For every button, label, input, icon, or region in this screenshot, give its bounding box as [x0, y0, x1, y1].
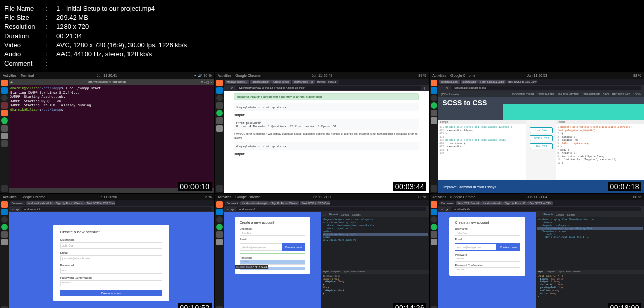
vscode-icon[interactable] [1, 87, 8, 94]
show-apps-icon[interactable]: ⋮⋮⋮ [431, 185, 437, 192]
spotify-icon[interactable] [216, 224, 223, 230]
browser-tab[interactable]: Sign Up Form - Client-s [269, 201, 299, 205]
back-icon[interactable]: ← [226, 208, 230, 211]
event-listeners-tab[interactable]: Event Listeners [351, 270, 365, 273]
browser-tab[interactable]: Best SCSS to CSS Conv [85, 201, 115, 205]
thumbnail-2[interactable]: ActivitiesGoogle Chrome Jun 11 20:49 89 … [215, 72, 429, 193]
show-apps-icon[interactable]: ⋮⋮⋮ [1, 185, 8, 192]
terminal-icon[interactable] [1, 125, 8, 132]
browser-tab[interactable]: Best SCSS to CSS Conv [506, 80, 537, 84]
back-icon[interactable]: ← [441, 86, 444, 90]
email-input[interactable]: john.doe@example.com [240, 243, 282, 251]
reload-icon[interactable]: ⟳ [231, 86, 235, 90]
create-account-button[interactable]: Create account [60, 290, 162, 296]
terminal-icon[interactable] [216, 117, 223, 124]
thumbnail-6[interactable]: ActivitiesGoogle Chrome Jun 11 21:04 80 … [430, 194, 644, 308]
inspect-icon[interactable]: ⬚ [323, 214, 326, 216]
files-icon[interactable] [216, 125, 223, 132]
password-input-highlighted[interactable]: ******** [240, 260, 305, 265]
address-bar[interactable]: cybercitibiz/faq/how-to-find-out-if-mysq… [236, 86, 422, 90]
obs-icon[interactable] [431, 95, 437, 101]
spotify-icon[interactable] [431, 102, 437, 109]
browser-tab[interactable]: localhost/auth/ [439, 80, 460, 84]
ad-banner[interactable] [503, 104, 644, 120]
thumbnail-5[interactable]: ActivitiesGoogle Chrome Jun 11 21:00 83 … [215, 194, 429, 308]
spotify-icon[interactable] [216, 110, 223, 116]
firefox-icon[interactable] [216, 201, 223, 208]
thumbnail-3[interactable]: ActivitiesGoogle Chrome Jun 11 20:53 88 … [430, 72, 644, 193]
dom-tree[interactable]: <legend>Create a new account</legend> <d… [321, 217, 429, 269]
browser-tab[interactable]: Form Signup & Login [478, 80, 506, 84]
obs-icon[interactable] [216, 95, 223, 101]
browser-tab[interactable]: Best SCSS to CSS Conv [300, 201, 330, 205]
files-icon[interactable] [1, 239, 8, 245]
console-tab[interactable]: Console [556, 214, 564, 216]
firefox-icon[interactable] [431, 201, 437, 208]
nav-link[interactable]: JSBEAUTIFIER [582, 93, 600, 96]
sources-tab[interactable]: Sources [567, 214, 576, 216]
elements-tab[interactable]: Elements [543, 213, 553, 216]
console-tab[interactable]: Console [341, 214, 350, 216]
browser-tab[interactable]: HowTo: Find out I [315, 80, 339, 84]
password-confirm-input[interactable]: ******** [60, 280, 162, 286]
thumbnail-1[interactable]: ActivitiesTerminal Jun 11 20:41 ▾🔊96 % ⋮… [0, 72, 214, 193]
back-icon[interactable]: ← [11, 208, 15, 211]
password-input[interactable]: ******** [455, 257, 520, 262]
firefox-icon[interactable] [1, 80, 8, 86]
obs-icon[interactable] [431, 216, 437, 223]
reload-icon[interactable]: ⟳ [231, 208, 235, 211]
vscode-icon[interactable] [431, 209, 437, 215]
layout-tab[interactable]: Layout [343, 270, 349, 273]
browser-tab[interactable]: flex - CSS: Cascad [456, 201, 481, 205]
computed-tab[interactable]: Computed [546, 270, 555, 273]
browser-tab[interactable]: Sign Up Form - C [503, 201, 527, 205]
nav-link[interactable]: RECENT LINKS [612, 93, 630, 96]
layout-tab[interactable]: Layout [558, 270, 564, 273]
show-apps-icon[interactable]: ⋮⋮⋮ [216, 185, 223, 192]
browser-tab[interactable]: localhost/localhost/ph [26, 201, 54, 205]
app-icon[interactable] [1, 140, 8, 147]
browser-tab[interactable]: Best SCSS to CSS [527, 201, 552, 205]
username-input[interactable]: John Doe [60, 242, 162, 249]
password-input[interactable]: ******** [60, 268, 162, 274]
address-bar[interactable]: localhost/auth/ [21, 207, 212, 211]
sources-tab[interactable]: Sources [352, 214, 361, 216]
nav-link[interactable]: SAVE [603, 93, 609, 96]
obs-icon[interactable] [1, 216, 8, 223]
terminal-icon[interactable] [1, 231, 8, 238]
create-account-button[interactable]: Create account [497, 243, 520, 251]
scss-editor[interactable]: 491@media only screen and (max-width: 12… [438, 124, 526, 156]
elements-tab[interactable]: Elements [329, 213, 338, 216]
vscode-icon[interactable] [1, 209, 8, 215]
inspect-icon[interactable]: ⬚ [538, 214, 540, 216]
browser-tab[interactable]: Document [439, 201, 455, 205]
browser-tab[interactable]: windows subsyst... [225, 80, 250, 84]
terminal-icon[interactable] [431, 110, 437, 116]
postman-icon[interactable] [1, 110, 8, 116]
nav-link[interactable]: LOGIN [633, 93, 641, 96]
browser-tab[interactable]: Access denied [271, 80, 292, 84]
firefox-icon[interactable] [1, 201, 8, 208]
event-listeners-tab[interactable]: Event Listeners [566, 270, 581, 273]
create-account-button[interactable]: Create account [282, 243, 305, 251]
password-confirm-input[interactable]: ******** [455, 267, 520, 272]
back-icon[interactable]: ← [226, 86, 230, 90]
vscode-icon[interactable] [216, 87, 223, 94]
browser-tab[interactable]: localhost/localh [481, 201, 502, 205]
email-input[interactable]: john.doe@example.com [60, 255, 162, 261]
nav-link[interactable]: JSON PARSER [537, 93, 555, 96]
browser-tab[interactable]: Document [225, 201, 240, 205]
spotify-icon[interactable] [1, 224, 8, 230]
address-bar[interactable]: localhost/auth/ [451, 207, 641, 211]
spotify-icon[interactable] [1, 117, 8, 124]
reload-icon[interactable]: ⟳ [446, 208, 449, 211]
username-input[interactable]: John Doe [455, 231, 520, 236]
load-data-button[interactable]: Load Data [530, 127, 553, 133]
wine-icon[interactable] [1, 102, 8, 109]
brand-logo[interactable]: {JSON formatter [441, 93, 459, 96]
styles-tab[interactable]: Styles [538, 270, 543, 273]
styles-pane[interactable]: display:flex; .input-group { display: fl… [321, 274, 429, 308]
email-input[interactable]: john.doe@example.com [455, 243, 497, 251]
browser-tab[interactable]: phpMyAdmin - M [292, 80, 315, 84]
dom-tree[interactable]: <fieldset display:flex flex-direction:ro… [536, 217, 644, 269]
